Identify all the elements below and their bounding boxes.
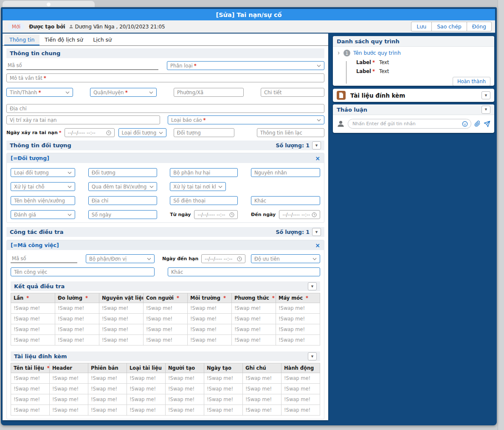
table-cell[interactable]: !Swap me! xyxy=(282,394,320,405)
phan-loai-select[interactable]: Phân loại* xyxy=(167,61,324,70)
table-cell[interactable]: !Swap me! xyxy=(232,314,276,324)
table-cell[interactable]: !Swap me! xyxy=(55,335,99,346)
table-cell[interactable]: !Swap me! xyxy=(144,314,188,324)
chat-message-input[interactable] xyxy=(352,121,462,126)
table-cell[interactable]: !Swap me! xyxy=(127,405,166,416)
table-cell[interactable]: !Swap me! xyxy=(11,303,55,314)
table-cell[interactable]: !Swap me! xyxy=(127,384,166,394)
table-cell[interactable]: !Swap me! xyxy=(276,324,320,335)
save-button[interactable]: Lưu xyxy=(411,22,432,31)
close-icon[interactable]: × xyxy=(315,242,320,248)
table-cell[interactable]: !Swap me! xyxy=(188,335,232,346)
table-cell[interactable]: !Swap me! xyxy=(204,394,243,405)
qua-dem-select[interactable]: Qua đêm tại BV/xưởng xyxy=(88,182,157,191)
table-cell[interactable]: !Swap me! xyxy=(243,384,282,394)
table-cell[interactable]: !Swap me! xyxy=(88,405,127,416)
doi-tuong-field[interactable]: Đối tượng xyxy=(174,128,234,137)
ma-so-field[interactable]: Mã số xyxy=(6,61,158,70)
table-cell[interactable]: !Swap me! xyxy=(188,303,232,314)
emoji-icon[interactable] xyxy=(462,121,468,127)
table-cell[interactable]: !Swap me! xyxy=(11,373,50,384)
send-icon[interactable] xyxy=(484,121,490,127)
table-cell[interactable]: !Swap me! xyxy=(282,384,320,394)
table-cell[interactable]: !Swap me! xyxy=(232,335,276,346)
bo-phan-don-vi-select[interactable]: Bộ phận/Đơn vị xyxy=(86,254,155,263)
ngay-den-han-date-field[interactable]: --/--/---- --:-- xyxy=(201,254,245,263)
table-cell[interactable]: !Swap me! xyxy=(282,405,320,416)
loai-doi-tuong-select[interactable]: Loại đối tượng xyxy=(118,128,166,137)
table-cell[interactable]: !Swap me! xyxy=(127,394,166,405)
table-cell[interactable]: !Swap me! xyxy=(166,373,204,384)
table-cell[interactable]: !Swap me! xyxy=(11,384,50,394)
xu-ly-tai-cho-select[interactable]: Xử lý tại chỗ xyxy=(11,182,75,191)
loai-bao-cao-select[interactable]: Loại báo cáo* xyxy=(168,115,324,124)
investigation-collapse-toggle-button[interactable]: ▼ xyxy=(312,228,321,236)
table-cell[interactable]: !Swap me! xyxy=(188,324,232,335)
table-cell[interactable]: !Swap me! xyxy=(11,335,55,346)
table-cell[interactable]: !Swap me! xyxy=(127,373,166,384)
quan-huyen-select[interactable]: Quận/Huyện* xyxy=(90,88,157,97)
subject-khac-field[interactable]: Khác xyxy=(251,196,320,205)
subject-nguyen-nhan-field[interactable]: Nguyên nhân xyxy=(251,168,320,177)
copy-button[interactable]: Sao chép xyxy=(431,22,467,31)
close-button[interactable]: Đóng xyxy=(467,22,492,31)
table-cell[interactable]: !Swap me! xyxy=(11,405,50,416)
cong-viec-khac-field[interactable]: Khác xyxy=(168,267,320,276)
table-cell[interactable]: !Swap me! xyxy=(11,314,55,324)
table-cell[interactable]: !Swap me! xyxy=(99,314,144,324)
table-cell[interactable]: !Swap me! xyxy=(188,314,232,324)
table-cell[interactable]: !Swap me! xyxy=(88,394,127,405)
table-cell[interactable]: !Swap me! xyxy=(55,314,99,324)
table-cell[interactable]: !Swap me! xyxy=(166,405,204,416)
table-cell[interactable]: !Swap me! xyxy=(282,373,320,384)
subject-bo-phan-hu-hai-field[interactable]: Bộ phận hư hại xyxy=(170,168,238,177)
table-cell[interactable]: !Swap me! xyxy=(99,303,144,314)
tab-lich-su[interactable]: Lịch sử xyxy=(88,34,117,45)
table-cell[interactable]: !Swap me! xyxy=(166,394,204,405)
page-scrollbar[interactable] xyxy=(498,0,504,430)
table-cell[interactable]: !Swap me! xyxy=(276,303,320,314)
ngay-xay-ra-date-field[interactable]: --/--/---- --:-- xyxy=(65,128,115,137)
table-cell[interactable]: !Swap me! xyxy=(88,384,127,394)
chi-tiet-field[interactable]: Chi tiết xyxy=(261,88,324,97)
table-cell[interactable]: !Swap me! xyxy=(232,324,276,335)
tab-thong-tin[interactable]: Thông tin xyxy=(4,34,39,45)
table-cell[interactable]: !Swap me! xyxy=(50,384,88,394)
discussion-collapse-toggle-button[interactable]: ▼ xyxy=(481,106,490,114)
table-cell[interactable]: !Swap me! xyxy=(204,384,243,394)
xu-ly-noi-khac-select[interactable]: Xử lý tại tại nơi khác xyxy=(170,182,226,191)
subject-loai-doi-tuong-select[interactable]: Loại đối tượng xyxy=(11,168,75,177)
table-cell[interactable]: !Swap me! xyxy=(99,335,144,346)
close-icon[interactable]: × xyxy=(315,155,320,161)
table-cell[interactable]: !Swap me! xyxy=(11,324,55,335)
results-collapse-toggle-button[interactable]: ▼ xyxy=(308,282,317,290)
table-cell[interactable]: !Swap me! xyxy=(50,405,88,416)
ten-cong-viec-field[interactable]: Tên công việc xyxy=(11,267,155,276)
table-cell[interactable]: !Swap me! xyxy=(243,373,282,384)
tu-ngay-date-field[interactable]: --/--/---- --:-- xyxy=(194,210,238,219)
dia-chi-field[interactable]: Địa chỉ xyxy=(6,104,324,113)
table-cell[interactable]: !Swap me! xyxy=(55,303,99,314)
table-cell[interactable]: !Swap me! xyxy=(276,314,320,324)
danh-gia-select[interactable]: Đánh giá xyxy=(11,210,75,219)
tinh-thanh-select[interactable]: Tỉnh/Thành* xyxy=(6,88,73,97)
table-cell[interactable]: !Swap me! xyxy=(243,394,282,405)
complete-step-button[interactable]: Hoàn thành xyxy=(453,77,490,86)
den-ngay-date-field[interactable]: --/--/---- --:-- xyxy=(279,210,320,219)
cong-viec-ma-so-field[interactable]: Mã số xyxy=(11,254,77,263)
table-cell[interactable]: !Swap me! xyxy=(232,303,276,314)
subject-dia-chi-field[interactable]: Địa chỉ xyxy=(88,196,157,205)
expand-chevron-icon[interactable] xyxy=(337,51,341,55)
documents-collapse-toggle-button[interactable]: ▼ xyxy=(308,352,317,360)
vi-tri-field[interactable]: Vị trí xảy ra tai nạn xyxy=(6,115,160,124)
process-step-link[interactable]: Tên bước quy trình xyxy=(353,50,401,56)
phuong-xa-field[interactable]: Phường/Xã xyxy=(174,88,244,97)
table-cell[interactable]: !Swap me! xyxy=(204,373,243,384)
table-cell[interactable]: !Swap me! xyxy=(276,335,320,346)
mo-ta-field[interactable]: Mô tả vắn tắt* xyxy=(6,73,324,82)
table-cell[interactable]: !Swap me! xyxy=(144,335,188,346)
attachments-collapse-toggle-button[interactable]: ▼ xyxy=(481,91,490,99)
table-cell[interactable]: !Swap me! xyxy=(11,394,50,405)
paperclip-icon[interactable] xyxy=(474,121,481,127)
subject-doi-tuong-field[interactable]: Đối tượng xyxy=(88,168,157,177)
